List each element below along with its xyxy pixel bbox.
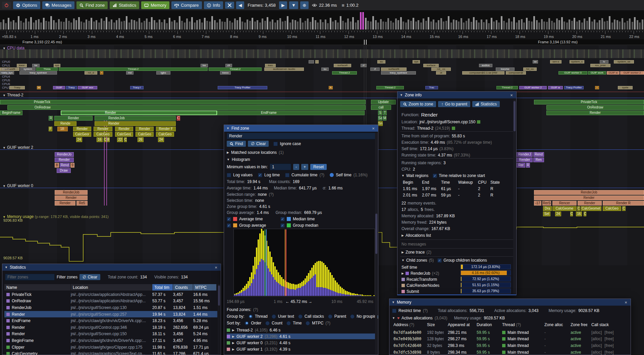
cpu-zone[interactable]: Thread-2 bbox=[496, 86, 518, 89]
cpu-zone[interactable]: kw bbox=[201, 64, 208, 67]
timeline-zone[interactable]: CalcGeo bbox=[156, 132, 174, 137]
guif-worker0-header[interactable]: ▼GUIF worker 0 bbox=[3, 183, 33, 188]
timeline-zone[interactable]: Render F bbox=[156, 127, 176, 131]
cpu-zone[interactable]: GUIF w bbox=[548, 86, 563, 89]
wait-regions-row[interactable]: ▼Wait regions ✓ Time relative to zone st… bbox=[401, 173, 512, 178]
cpu-zone[interactable]: fot_co bbox=[523, 68, 537, 71]
cpu-zone[interactable]: composer@2.1-se [HW bbox=[462, 71, 504, 75]
timeline-zone[interactable]: RerS bbox=[542, 201, 551, 206]
cpu-zone[interactable]: cfr bbox=[225, 64, 232, 67]
legend-checkbox[interactable]: ✓ bbox=[227, 223, 231, 228]
timeline-zone[interactable]: CalcGeome bbox=[552, 206, 577, 211]
find-zone-titlebar[interactable]: ▼Find zone× bbox=[224, 125, 378, 132]
cpu-zone[interactable]: sen-s bbox=[550, 60, 561, 63]
next-frame-button[interactable]: ▶ bbox=[279, 1, 287, 9]
timeline-zone[interactable]: BeginFrame bbox=[0, 110, 22, 115]
cpu-zone[interactable]: Tracy bbox=[66, 86, 77, 89]
radio-no-grouping[interactable] bbox=[350, 314, 355, 319]
legend-checkbox[interactable]: ✓ bbox=[280, 217, 285, 221]
column-header-appeared-at[interactable]: Appeared at bbox=[444, 322, 473, 328]
log-values-checkbox[interactable] bbox=[227, 173, 231, 177]
cpu-zone[interactable]: be bbox=[32, 64, 40, 67]
histogram-plot[interactable] bbox=[233, 229, 375, 297]
table-row[interactable]: PrivateTickjni/../jni/src/claw/applicati… bbox=[4, 291, 217, 298]
radio-user-text[interactable] bbox=[272, 314, 276, 319]
timeline-zone[interactable]: Render bbox=[578, 201, 602, 206]
column-header-location[interactable]: Location bbox=[71, 284, 152, 291]
timeline-zone[interactable]: Render bbox=[95, 121, 176, 126]
cpu-zone[interactable]: GUIF worker 2 bbox=[620, 71, 644, 75]
timeline-zone[interactable]: Rer bbox=[517, 163, 525, 168]
cpu-zone[interactable]: Thread-2 bbox=[209, 68, 262, 71]
cpu-zone[interactable]: su bbox=[377, 60, 385, 63]
cpu-zone[interactable]: audios bbox=[479, 64, 492, 67]
timeline-zone[interactable]: 22 bbox=[117, 137, 123, 142]
cpu-zone[interactable]: system bbox=[20, 68, 36, 71]
cpu-zone[interactable]: Trac bbox=[425, 86, 438, 89]
column-header-total-tim[interactable]: Total tim bbox=[152, 284, 173, 291]
found-zone-group-row[interactable]: ▶GUIF worker 0(3,231)4.48 s bbox=[227, 340, 375, 346]
matched-locations-row[interactable]: ▶Matched source locations(1) bbox=[227, 149, 375, 156]
info-button[interactable]: Info bbox=[204, 1, 223, 9]
memory-titlebar[interactable]: ▼Memory× bbox=[389, 299, 631, 306]
timeline-zone[interactable]: 24 bbox=[555, 212, 561, 216]
cpu-zone[interactable]: kwo bbox=[265, 64, 276, 67]
column-header-call-stack[interactable]: Call stack bbox=[587, 322, 624, 328]
histogram-section-row[interactable]: ▼Histogram bbox=[227, 157, 375, 163]
table-row[interactable]: Renderjni/../jni/src/guif/Control.cpp:34… bbox=[4, 324, 217, 331]
timeline-zone[interactable]: Rend bbox=[533, 152, 544, 157]
cpu-zone[interactable]: surfacefli bbox=[381, 68, 407, 71]
allocation-row[interactable]: 0x7dfaa64e00192 bytes298.21 ms59.95 sMai… bbox=[389, 329, 629, 336]
column-header-mtpc[interactable]: MTPC bbox=[193, 284, 217, 291]
cpu-zone[interactable]: Thread-2 bbox=[376, 86, 404, 89]
timeline-zone[interactable]: PrivateTick bbox=[0, 100, 366, 104]
go-to-parent-button[interactable]: ↑Go to parent bbox=[438, 101, 470, 107]
timeline-zone[interactable]: Render bbox=[517, 158, 533, 162]
min-bin-input[interactable] bbox=[270, 164, 291, 170]
timeline-zone[interactable]: 8 bbox=[55, 163, 59, 168]
radio-mtpc[interactable] bbox=[306, 321, 310, 325]
tools-button[interactable] bbox=[225, 2, 234, 9]
cumulate-time-checkbox[interactable] bbox=[285, 173, 289, 177]
cpu-zone[interactable]: kwor bbox=[17, 64, 27, 67]
cpu-zone[interactable]: ot bbox=[436, 71, 446, 75]
timeline-zone[interactable]: C bbox=[177, 116, 180, 121]
cpu-zone[interactable]: sys bbox=[413, 60, 420, 63]
cpu-zone[interactable]: I bbox=[595, 86, 599, 89]
cpu-zone[interactable] bbox=[315, 60, 319, 63]
table-row[interactable]: EndFramejni/../jni/src/claw/gfx/drv/vk/D… bbox=[4, 317, 217, 324]
min-bin-increase-button[interactable]: + bbox=[301, 164, 308, 170]
statistics-button[interactable]: Statistics bbox=[110, 1, 139, 9]
find-zone-button[interactable]: Find zone bbox=[76, 1, 108, 9]
cpu-zone[interactable]: syste bbox=[618, 86, 633, 89]
timeline-zone[interactable]: Rencer bbox=[552, 201, 577, 206]
legend-checkbox[interactable]: ✓ bbox=[280, 223, 285, 228]
radio-order[interactable] bbox=[245, 321, 249, 325]
self-time-toggle[interactable] bbox=[330, 173, 334, 177]
zone-info-titlebar[interactable]: ▼Zone info× bbox=[397, 92, 516, 98]
cpu-zone[interactable]: surface bbox=[423, 64, 439, 67]
cpu-zone[interactable]: GUIF bbox=[53, 86, 65, 89]
timeline-zone[interactable]: 26 bbox=[138, 137, 144, 142]
timeline-zone[interactable]: Render R bbox=[603, 201, 644, 206]
radio-thread[interactable] bbox=[249, 314, 253, 319]
timeline-zone[interactable]: 16 bbox=[97, 137, 103, 142]
cpu-zone[interactable]: rf bbox=[361, 64, 367, 67]
power-button[interactable] bbox=[2, 2, 11, 9]
found-zone-group-row[interactable]: ▶GUIF worker 2(3,296)4.61 s bbox=[227, 334, 375, 339]
timeline-zone[interactable]: CalcGeo bbox=[94, 132, 112, 137]
timeline-zone[interactable]: 24 bbox=[158, 137, 164, 142]
clear-filter-button[interactable]: ∅Clear bbox=[79, 274, 100, 280]
statistics-titlebar[interactable]: ▼Statistics× bbox=[2, 264, 221, 271]
allocation-row[interactable]: 0x7e049b3d00128 bytes298.27 ms59.95 sMai… bbox=[389, 336, 629, 343]
timeline-zone[interactable]: Render bbox=[54, 116, 93, 121]
timeline-zone[interactable]: Render bbox=[136, 127, 154, 131]
timeline-zone[interactable]: RenderJo bbox=[55, 152, 74, 157]
timeline-zone[interactable]: Ren bbox=[533, 158, 544, 162]
cpu-zone[interactable]: system_se bbox=[614, 60, 634, 63]
timeline-zone[interactable]: RenderJob bbox=[534, 190, 644, 195]
zone-statistics-button[interactable]: Statistics bbox=[472, 101, 500, 107]
table-row[interactable]: Renderjni/../jni/src/guif/Screen.cpp:150… bbox=[4, 331, 217, 338]
cpu-zone[interactable]: Thread-2 bbox=[59, 68, 208, 71]
ignore-case-checkbox[interactable] bbox=[273, 142, 278, 146]
